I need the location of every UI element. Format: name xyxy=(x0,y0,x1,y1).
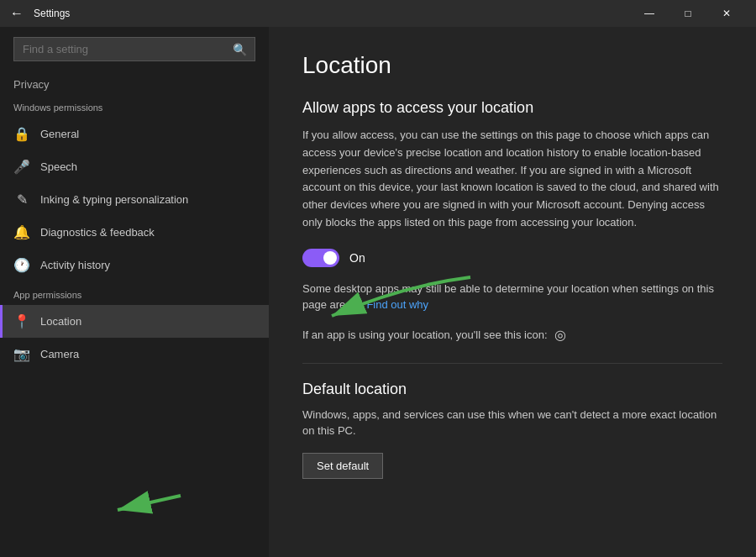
sidebar-item-inking[interactable]: ✎ Inking & typing personalization xyxy=(0,183,269,216)
location-icon-note: If an app is using your location, you'll… xyxy=(302,327,722,343)
camera-icon: 📷 xyxy=(13,346,30,362)
title-bar: ← Settings — □ ✕ xyxy=(0,0,756,27)
general-icon: 🔒 xyxy=(13,126,30,142)
sidebar-item-camera[interactable]: 📷 Camera xyxy=(0,338,269,370)
toggle-state-label: On xyxy=(349,251,365,265)
close-button[interactable]: ✕ xyxy=(707,0,746,27)
location-toggle[interactable] xyxy=(302,249,339,267)
sidebar: 🔍 Privacy Windows permissions 🔒 General … xyxy=(0,27,269,557)
default-location-description: Windows, apps, and services can use this… xyxy=(302,407,722,439)
maximize-button[interactable]: □ xyxy=(669,0,707,27)
sidebar-item-general[interactable]: 🔒 General xyxy=(0,118,269,150)
app-permissions-label: App permissions xyxy=(0,281,269,305)
activity-icon: 🕐 xyxy=(13,257,30,273)
sidebar-item-location-label: Location xyxy=(40,315,81,328)
sidebar-item-location[interactable]: 📍 Location xyxy=(0,305,269,338)
find-out-why-link[interactable]: Find out why xyxy=(366,298,428,311)
app-title: Settings xyxy=(34,8,630,19)
page-title: Location xyxy=(302,52,722,79)
content-area: Location Allow apps to access your locat… xyxy=(269,27,756,557)
set-default-button[interactable]: Set default xyxy=(302,453,383,479)
diagnostics-icon: 🔔 xyxy=(13,224,30,240)
sidebar-item-speech[interactable]: 🎤 Speech xyxy=(0,150,269,183)
windows-permissions-label: Windows permissions xyxy=(0,94,269,118)
sidebar-item-general-label: General xyxy=(40,128,79,140)
search-icon: 🔍 xyxy=(233,43,247,56)
allow-apps-title: Allow apps to access your location xyxy=(302,99,722,117)
inking-icon: ✎ xyxy=(13,192,30,208)
sidebar-item-speech-label: Speech xyxy=(40,160,77,173)
sidebar-item-diagnostics[interactable]: 🔔 Diagnostics & feedback xyxy=(0,216,269,249)
search-container: 🔍 xyxy=(13,37,255,61)
allow-apps-description: If you allow access, you can use the set… xyxy=(302,127,722,232)
default-location-title: Default location xyxy=(302,381,722,398)
speech-icon: 🎤 xyxy=(13,159,30,175)
sidebar-item-inking-label: Inking & typing personalization xyxy=(40,193,188,206)
privacy-section-label: Privacy xyxy=(0,71,269,94)
desktop-apps-note: Some desktop apps may still be able to d… xyxy=(302,281,722,313)
window-controls: — □ ✕ xyxy=(630,0,746,27)
location-icon: 📍 xyxy=(13,313,30,329)
section-divider xyxy=(302,363,722,364)
location-toggle-row: On xyxy=(302,249,722,267)
minimize-button[interactable]: — xyxy=(630,0,669,27)
sidebar-item-camera-label: Camera xyxy=(40,348,79,360)
sidebar-item-activity-label: Activity history xyxy=(40,259,110,271)
sidebar-item-activity[interactable]: 🕐 Activity history xyxy=(0,249,269,281)
sidebar-item-diagnostics-label: Diagnostics & feedback xyxy=(40,226,155,239)
location-indicator-icon: ◎ xyxy=(554,327,566,343)
toggle-knob xyxy=(323,251,337,265)
search-input[interactable] xyxy=(13,37,255,61)
back-button[interactable]: ← xyxy=(10,6,24,21)
main-layout: 🔍 Privacy Windows permissions 🔒 General … xyxy=(0,27,756,557)
